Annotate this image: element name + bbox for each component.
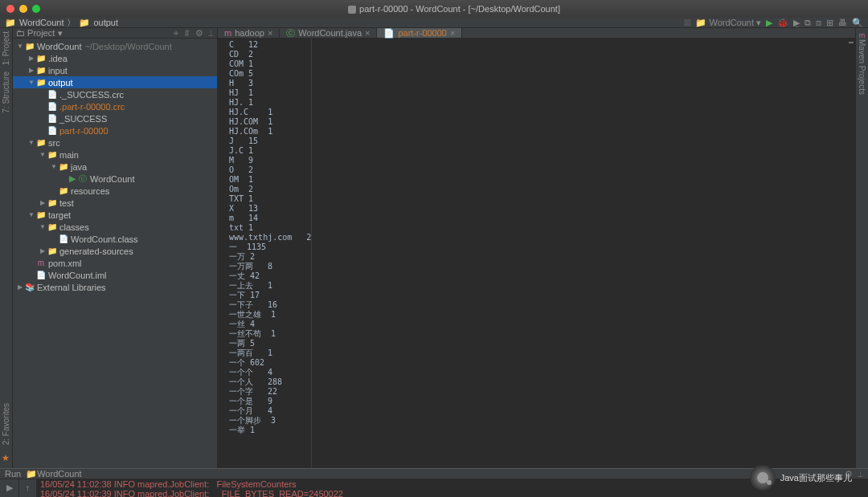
tools3-icon[interactable]: ⊞ <box>826 18 833 28</box>
tree-row[interactable]: 📁classes <box>13 221 217 233</box>
editor-tab[interactable]: 📄part-r-00000× <box>377 28 462 38</box>
tree-label: part-r-00000 <box>59 126 108 136</box>
editor[interactable]: C 12 CD 2 COM 1 COm 5 H 3 HJ 1 HJ. 1 HJ.… <box>218 39 855 468</box>
scroll-to-source-icon[interactable]: ⌖ <box>174 28 178 39</box>
editor-tab[interactable]: mhadoop× <box>218 28 280 38</box>
close-icon[interactable]: × <box>268 28 272 38</box>
hide-icon[interactable]: ⟂ <box>858 469 863 479</box>
editor-pane: mhadoop×ⓒWordCount.java×📄part-r-00000× C… <box>218 28 855 468</box>
expand-icon[interactable] <box>27 79 35 86</box>
tools2-icon[interactable]: ⧈ <box>816 18 821 28</box>
search-icon[interactable]: 🔍 <box>852 18 863 28</box>
watermark: Java面试那些事儿 <box>750 465 852 491</box>
file-icon: 📁 <box>47 222 58 231</box>
tree-row[interactable]: 📁main <box>13 149 217 161</box>
expand-icon[interactable] <box>39 223 47 230</box>
expand-icon[interactable] <box>27 55 35 62</box>
watermark-text: Java面试那些事儿 <box>780 472 852 484</box>
expand-icon[interactable] <box>39 199 47 206</box>
tree-label: .idea <box>48 54 68 63</box>
tree-label: generated-sources <box>59 246 133 256</box>
tree-row[interactable]: 📁output <box>13 76 217 88</box>
zoom-icon[interactable] <box>32 5 40 13</box>
coverage-button[interactable]: ▶̤ <box>793 18 800 28</box>
file-icon: 📄 <box>47 102 58 111</box>
maven-icon[interactable]: m <box>859 31 866 39</box>
editor-content[interactable]: C 12 CD 2 COM 1 COm 5 H 3 HJ 1 HJ. 1 HJ.… <box>218 39 311 468</box>
run-config-dropdown[interactable]: 📁 WordCount ▾ <box>695 18 761 28</box>
print-icon[interactable]: 🖶 <box>838 18 847 27</box>
tree-row[interactable]: ▶ⓒWordCount <box>13 173 217 185</box>
file-icon: m <box>35 259 47 267</box>
file-icon: 📄 <box>58 234 69 243</box>
tree-row[interactable]: 📁resources <box>13 185 217 197</box>
tree-row[interactable]: 📁src <box>13 136 217 149</box>
editor-scrollbar[interactable] <box>849 39 854 468</box>
log-line: 16/05/24 11:02:38 INFO mapred.JobClient:… <box>40 479 865 489</box>
tool-window-title: 🗀 Project <box>16 28 55 38</box>
expand-icon[interactable] <box>39 151 47 158</box>
console-output[interactable]: 16/05/24 11:02:38 INFO mapred.JobClient:… <box>37 479 868 497</box>
expand-icon[interactable]: ⥯ <box>183 28 190 39</box>
tree-row[interactable]: 📄_SUCCESS <box>13 112 217 124</box>
tree-row[interactable]: 📄.part-r-00000.crc <box>13 100 217 112</box>
file-icon: 📁 <box>47 150 58 159</box>
tab-maven-projects[interactable]: Maven Projects <box>858 39 866 95</box>
breadcrumb-root[interactable]: WordCount <box>19 18 63 27</box>
tools-icon[interactable]: ⧉ <box>805 18 811 28</box>
tree-row[interactable]: 📄part-r-00000 <box>13 124 217 136</box>
gear-icon[interactable]: ⚙ <box>195 28 203 39</box>
tree-row[interactable]: 📄._SUCCESS.crc <box>13 88 217 100</box>
tree-label: output <box>48 78 73 88</box>
chevron-down-icon[interactable]: ▾ <box>58 28 63 39</box>
minimize-icon[interactable] <box>19 5 27 13</box>
tree-row[interactable]: 📁input <box>13 64 217 76</box>
star-icon[interactable]: ★ <box>2 453 10 463</box>
tree-row[interactable]: 📚External Libraries <box>13 281 217 293</box>
up-button[interactable]: ↑ <box>26 483 31 492</box>
expand-icon[interactable] <box>27 211 35 218</box>
hide-icon[interactable]: ⟂ <box>208 28 214 39</box>
breadcrumb-seg[interactable]: output <box>93 18 118 27</box>
editor-split-right <box>311 39 536 468</box>
tree-label: _SUCCESS <box>59 114 107 124</box>
runnable-icon: ▶ <box>69 173 76 184</box>
tree-row[interactable]: mpom.xml <box>13 257 217 269</box>
tree-label: target <box>48 210 71 220</box>
project-tool-window: 🗀 Project ▾ ⌖ ⥯ ⚙ ⟂ 📁WordCount~/Desktop/… <box>13 28 218 468</box>
tree-row[interactable]: 📁WordCount~/Desktop/WordCount <box>13 40 217 52</box>
project-icon: 📁 <box>5 18 16 28</box>
close-icon[interactable] <box>6 5 14 13</box>
tab-structure[interactable]: 7: Structure <box>2 71 10 113</box>
run-tool-window: Run 📁 WordCount ⚙ ⟂ ▶ ■ ⏸ ⤫ … ✕ ? ↑ ↓ ⤶ … <box>0 468 868 497</box>
close-icon[interactable]: × <box>365 28 370 38</box>
file-icon: 📄 <box>47 126 58 135</box>
rerun-button[interactable]: ▶ <box>6 483 13 493</box>
tree-label: input <box>48 66 68 75</box>
tree-row[interactable]: 📁target <box>13 209 217 221</box>
tab-project[interactable]: 1: Project <box>2 31 10 65</box>
expand-icon[interactable] <box>16 283 24 291</box>
run-button[interactable]: ▶ <box>766 18 772 28</box>
tree-row[interactable]: 📁.idea <box>13 52 217 64</box>
tree-row[interactable]: 📁test <box>13 197 217 209</box>
debug-button[interactable]: 🐞 <box>777 18 788 28</box>
editor-tab[interactable]: ⓒWordCount.java× <box>280 28 377 38</box>
chevron-right-icon: 〉 <box>67 17 76 29</box>
file-icon: 📁 <box>58 186 69 195</box>
expand-icon[interactable] <box>50 163 58 170</box>
tree-row[interactable]: 📄WordCount.class <box>13 233 217 245</box>
expand-icon[interactable] <box>27 67 35 74</box>
file-icon: ⓒ <box>286 28 295 39</box>
close-icon[interactable]: × <box>450 28 455 38</box>
tree-path: ~/Desktop/WordCount <box>84 42 171 51</box>
expand-icon[interactable] <box>39 247 47 255</box>
expand-icon[interactable] <box>16 43 24 50</box>
back-button[interactable]: ◀⃞ <box>684 18 690 27</box>
tab-favorites[interactable]: 2: Favorites <box>2 403 10 445</box>
expand-icon[interactable] <box>27 139 35 146</box>
tree-label: test <box>59 198 74 208</box>
tree-row[interactable]: 📄WordCount.iml <box>13 269 217 281</box>
tree-row[interactable]: 📁generated-sources <box>13 245 217 257</box>
tree-row[interactable]: 📁java <box>13 161 217 173</box>
